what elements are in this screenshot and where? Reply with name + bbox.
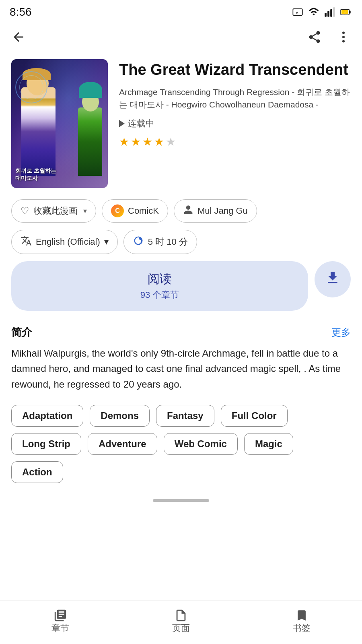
app-bar	[0, 23, 362, 55]
signal-icon	[324, 6, 335, 18]
header-section: 회귀로 초월하는대마도사 The Great Wizard Transcende…	[11, 59, 351, 188]
back-icon	[11, 30, 26, 44]
tags-container: Adaptation Demons Fantasy Full Color Lon…	[11, 405, 351, 483]
more-link[interactable]: 更多	[331, 326, 351, 339]
svg-text:A: A	[296, 11, 298, 15]
cover-image: 회귀로 초월하는대마도사	[11, 59, 108, 188]
svg-rect-5	[333, 7, 335, 17]
bottom-nav: 章节 页面 书签	[0, 600, 362, 644]
more-button[interactable]	[333, 27, 354, 49]
star-rating: ★ ★ ★ ★ ★	[119, 135, 351, 149]
action-buttons-row2: English (Official) ▾ 5 时 10 分	[11, 230, 351, 254]
star-2: ★	[131, 135, 141, 149]
download-icon	[325, 270, 341, 289]
status-icons: A ⚡	[292, 6, 352, 18]
cover-overlay-text: 회귀로 초월하는대마도사	[15, 167, 56, 182]
back-button[interactable]	[8, 27, 29, 49]
svg-rect-2	[325, 13, 327, 17]
main-content: 회귀로 초월하는대마도사 The Great Wizard Transcende…	[0, 55, 362, 554]
language-label: English (Official)	[36, 237, 100, 247]
read-time-label: 5 时 10 分	[148, 236, 188, 248]
comick-icon: C	[111, 204, 124, 217]
translate-icon	[21, 235, 32, 249]
svg-point-10	[342, 32, 345, 34]
star-1: ★	[119, 135, 129, 149]
app-bar-actions	[304, 27, 354, 49]
publisher-button[interactable]: C ComicK	[102, 199, 168, 223]
read-time-badge: 5 时 10 分	[123, 230, 197, 254]
nav-pages[interactable]: 页面	[172, 609, 190, 634]
serialization-status: 连载中	[128, 118, 154, 130]
title-section: The Great Wizard Transcendent Archmage T…	[119, 59, 351, 149]
star-5: ★	[166, 135, 176, 149]
tag-action[interactable]: Action	[11, 461, 63, 483]
serialization-badge: 连载中	[119, 118, 351, 130]
language-button[interactable]: English (Official) ▾	[11, 230, 118, 254]
svg-text:⚡: ⚡	[343, 10, 348, 15]
tag-adaptation[interactable]: Adaptation	[11, 405, 83, 427]
nav-chapters-label: 章节	[51, 622, 69, 634]
chapters-icon	[53, 609, 67, 622]
keyboard-icon: A	[292, 6, 303, 18]
nav-bookmarks[interactable]: 书签	[293, 609, 311, 634]
status-time: 8:56	[10, 6, 32, 19]
read-section: 阅读 93 个章节	[11, 261, 351, 311]
manga-title: The Great Wizard Transcendent	[119, 61, 351, 79]
nav-chapters[interactable]: 章节	[51, 609, 69, 634]
download-button[interactable]	[315, 261, 351, 297]
pages-icon	[174, 609, 188, 622]
bookmark-button[interactable]: ♡ 收藏此漫画 ▾	[11, 199, 96, 223]
read-button-sub: 93 个章节	[19, 289, 300, 301]
read-button[interactable]: 阅读 93 个章节	[11, 261, 308, 311]
bookmark-dropdown-icon: ▾	[83, 206, 87, 215]
svg-point-11	[342, 36, 345, 38]
status-bar: 8:56 A ⚡	[0, 0, 362, 23]
time-icon	[133, 235, 144, 249]
star-4: ★	[154, 135, 164, 149]
language-dropdown-icon: ▾	[104, 237, 109, 247]
nav-bookmarks-label: 书签	[293, 622, 311, 634]
svg-rect-3	[327, 11, 329, 17]
share-icon	[307, 30, 322, 44]
bookmarks-icon	[295, 609, 309, 622]
author-button[interactable]: Mul Jang Gu	[174, 199, 257, 223]
author-label: Mul Jang Gu	[197, 206, 248, 216]
read-button-main: 阅读	[19, 271, 300, 287]
description-label: 简介	[11, 325, 32, 339]
tag-magic[interactable]: Magic	[244, 433, 293, 455]
svg-point-12	[342, 40, 345, 43]
svg-rect-4	[330, 9, 332, 17]
svg-rect-7	[349, 11, 351, 14]
more-icon	[336, 30, 351, 44]
star-3: ★	[142, 135, 152, 149]
tag-web-comic[interactable]: Web Comic	[164, 433, 238, 455]
bottom-handle	[11, 491, 351, 506]
battery-icon: ⚡	[339, 6, 352, 18]
nav-pages-label: 页面	[172, 622, 190, 634]
bookmark-label: 收藏此漫画	[33, 205, 78, 217]
action-buttons-row1: ♡ 收藏此漫画 ▾ C ComicK Mul Jang Gu	[11, 199, 351, 223]
description-header: 简介 更多	[11, 325, 351, 339]
publisher-label: ComicK	[128, 206, 159, 216]
description-text: Mikhail Walpurgis, the world's only 9th-…	[11, 346, 351, 392]
tag-adventure[interactable]: Adventure	[88, 433, 157, 455]
tag-fantasy[interactable]: Fantasy	[156, 405, 214, 427]
handle-bar	[153, 499, 209, 502]
wifi-icon	[307, 6, 320, 18]
tag-demons[interactable]: Demons	[90, 405, 150, 427]
play-icon	[119, 120, 125, 127]
manga-subtitle: Archmage Transcending Through Regression…	[119, 86, 351, 111]
tag-full-color[interactable]: Full Color	[221, 405, 288, 427]
heart-icon: ♡	[21, 205, 29, 217]
share-button[interactable]	[304, 27, 325, 49]
tag-long-strip[interactable]: Long Strip	[11, 433, 81, 455]
person-icon	[183, 204, 193, 217]
